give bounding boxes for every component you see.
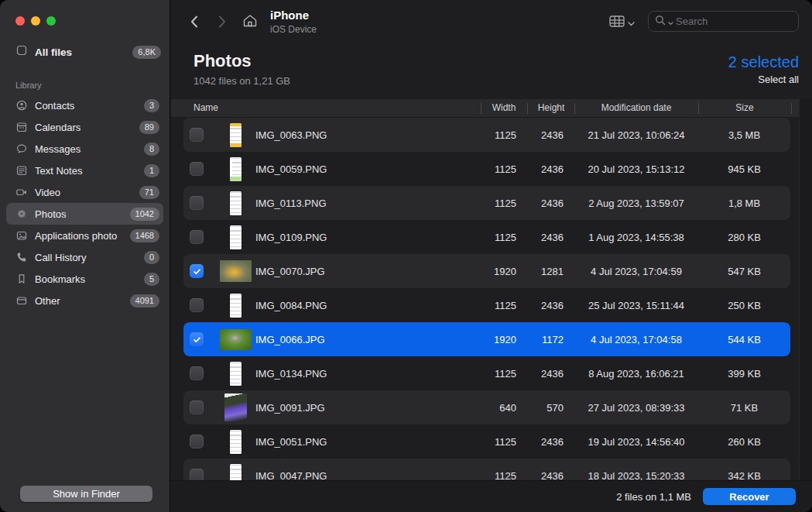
- file-width: 1125: [481, 129, 527, 141]
- table-row-img-0063-png[interactable]: IMG_0063.PNG1125243621 Jul 2023, 10:06:2…: [183, 118, 790, 152]
- file-modification-date: 21 Jul 2023, 10:06:24: [574, 129, 698, 141]
- file-height: 2436: [527, 470, 574, 481]
- table-row-img-0051-png[interactable]: IMG_0051.PNG1125243619 Jul 2023, 14:56:4…: [183, 424, 790, 459]
- row-checkbox[interactable]: [190, 298, 204, 312]
- column-header-modification-date[interactable]: Modification date: [601, 102, 672, 113]
- sidebar-item-text-notes[interactable]: Text Notes1: [6, 160, 163, 181]
- view-mode-button[interactable]: [609, 14, 639, 31]
- column-header-size[interactable]: Size: [735, 102, 753, 113]
- row-checkbox[interactable]: [190, 435, 204, 448]
- column-divider: [791, 103, 792, 114]
- file-modification-date: 8 Aug 2023, 16:06:21: [574, 368, 698, 380]
- file-size: 250 KB: [698, 300, 790, 311]
- file-size: 280 KB: [698, 232, 790, 243]
- file-modification-date: 25 Jul 2023, 15:11:44: [574, 300, 698, 311]
- sidebar-item-label: Calendars: [35, 122, 139, 133]
- file-width: 1125: [481, 436, 527, 448]
- search-field[interactable]: [648, 11, 799, 32]
- file-table: IMG_0063.PNG1125243621 Jul 2023, 10:06:2…: [171, 118, 799, 480]
- search-input[interactable]: [676, 15, 769, 27]
- back-button[interactable]: [187, 14, 202, 31]
- table-row-img-0113-png[interactable]: IMG_0113.PNG112524362 Aug 2023, 13:59:07…: [183, 186, 790, 220]
- sidebar: All files 6,8K Library Contacts3Calendar…: [0, 0, 170, 512]
- table-row-img-0066-jpg[interactable]: IMG_0066.JPG192011724 Jul 2023, 17:04:58…: [183, 322, 790, 356]
- sidebar-item-label: Contacts: [35, 100, 144, 112]
- sidebar-item-call-history[interactable]: Call History0: [6, 246, 163, 268]
- file-width: 1920: [481, 334, 527, 345]
- table-row-img-0084-png[interactable]: IMG_0084.PNG1125243625 Jul 2023, 15:11:4…: [183, 288, 790, 322]
- all-files-label: All files: [35, 46, 132, 58]
- file-height: 1281: [527, 266, 574, 277]
- column-divider: [527, 103, 528, 114]
- sidebar-item-count-badge: 1: [144, 164, 159, 177]
- file-name: IMG_0084.PNG: [255, 300, 481, 311]
- forward-button[interactable]: [214, 14, 230, 31]
- file-size: 342 KB: [698, 470, 790, 481]
- file-size: 3,5 MB: [698, 129, 790, 141]
- chevron-left-icon: [190, 15, 199, 31]
- row-checkbox[interactable]: [190, 230, 204, 244]
- library-section-label: Library: [15, 81, 42, 90]
- table-row-img-0070-jpg[interactable]: IMG_0070.JPG192012814 Jul 2023, 17:04:59…: [183, 254, 790, 288]
- sidebar-item-all-files[interactable]: All files 6,8K: [0, 42, 170, 62]
- file-modification-date: 18 Jul 2023, 15:20:33: [574, 470, 698, 481]
- file-height: 2436: [527, 163, 574, 175]
- recover-button[interactable]: Recover: [703, 488, 796, 505]
- home-button[interactable]: [241, 13, 259, 30]
- file-height: 1172: [527, 334, 574, 345]
- table-row-img-0091-jpg[interactable]: IMG_0091.JPG64057027 Jul 2023, 08:39:337…: [183, 390, 790, 424]
- device-type: iOS Device: [270, 24, 317, 35]
- row-checkbox[interactable]: [190, 469, 204, 480]
- row-checkbox[interactable]: [190, 332, 204, 346]
- file-size: 399 KB: [698, 368, 790, 380]
- file-height: 2436: [527, 368, 574, 380]
- column-divider: [481, 103, 481, 114]
- file-name: IMG_0059.PNG: [255, 163, 481, 175]
- sidebar-item-video[interactable]: Video71: [6, 181, 163, 203]
- column-header-width[interactable]: Width: [492, 102, 516, 113]
- sidebar-item-calendars[interactable]: Calendars89: [6, 116, 163, 138]
- sidebar-item-count-badge: 1468: [130, 229, 159, 242]
- sidebar-item-applications-photo[interactable]: Applications photo1468: [6, 225, 163, 246]
- sidebar-items: Contacts3Calendars89Messages8Text Notes1…: [6, 94, 163, 311]
- close-window-button[interactable]: [15, 16, 25, 26]
- selected-count: 2 selected: [728, 53, 799, 71]
- file-thumbnail: [215, 329, 255, 350]
- sidebar-item-bookmarks[interactable]: Bookmarks5: [6, 268, 163, 290]
- file-width: 1125: [481, 300, 527, 311]
- row-checkbox[interactable]: [190, 366, 204, 380]
- file-modification-date: 1 Aug 2023, 14:55:38: [574, 232, 698, 243]
- row-checkbox[interactable]: [190, 264, 204, 278]
- file-width: 1920: [481, 266, 527, 277]
- file-thumbnail: [215, 464, 255, 481]
- select-all-button[interactable]: Select all: [758, 74, 799, 85]
- table-row-img-0047-png[interactable]: IMG_0047.PNG1125243618 Jul 2023, 15:20:3…: [183, 459, 790, 480]
- chevron-down-icon: [628, 17, 635, 29]
- vertical-scrollbar[interactable]: [799, 99, 812, 480]
- file-name: IMG_0109.PNG: [255, 232, 481, 243]
- page-subtitle: 1042 files on 1,21 GB: [194, 75, 290, 87]
- file-thumbnail: [215, 294, 255, 318]
- search-scope-chevron-icon[interactable]: [668, 15, 673, 29]
- sidebar-item-messages[interactable]: Messages8: [6, 138, 163, 160]
- row-checkbox[interactable]: [190, 196, 204, 210]
- contacts-icon: [15, 99, 28, 112]
- sidebar-item-other[interactable]: Other4091: [6, 290, 163, 311]
- sidebar-item-contacts[interactable]: Contacts3: [6, 94, 163, 116]
- row-checkbox[interactable]: [190, 128, 204, 142]
- column-header-name[interactable]: Name: [194, 102, 218, 113]
- table-row-img-0109-png[interactable]: IMG_0109.PNG112524361 Aug 2023, 14:55:38…: [183, 220, 790, 254]
- table-row-img-0134-png[interactable]: IMG_0134.PNG112524368 Aug 2023, 16:06:21…: [183, 356, 790, 390]
- file-name: IMG_0113.PNG: [255, 198, 481, 209]
- sidebar-item-photos[interactable]: Photos1042: [6, 203, 163, 225]
- show-in-finder-button[interactable]: Show in Finder: [20, 486, 152, 502]
- zoom-window-button[interactable]: [46, 16, 56, 26]
- file-width: 640: [481, 402, 527, 414]
- row-checkbox[interactable]: [190, 162, 204, 176]
- column-header-height[interactable]: Height: [538, 102, 565, 113]
- minimize-window-button[interactable]: [31, 16, 40, 26]
- file-modification-date: 20 Jul 2023, 15:13:12: [574, 163, 698, 175]
- table-row-img-0059-png[interactable]: IMG_0059.PNG1125243620 Jul 2023, 15:13:1…: [183, 152, 790, 186]
- file-name: IMG_0051.PNG: [255, 436, 481, 448]
- row-checkbox[interactable]: [190, 400, 204, 414]
